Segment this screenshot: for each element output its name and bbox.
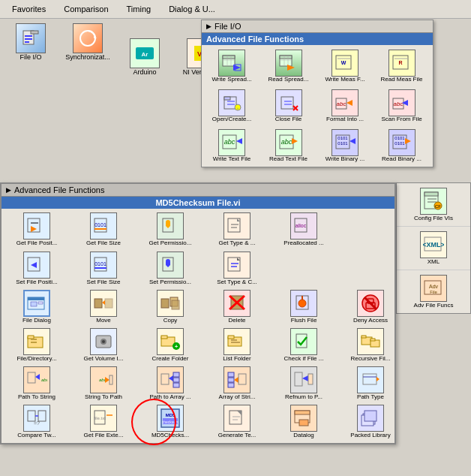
- adv-file-funcs-item[interactable]: AdvFile Adv File Funcs: [397, 270, 470, 313]
- read-spread-icon: [275, 50, 302, 77]
- prealloc-item[interactable]: alloc Preallocated ...: [271, 211, 337, 248]
- datalog-label: Datalog: [293, 432, 314, 438]
- config-file-icon: CF: [420, 188, 447, 215]
- format-into-item[interactable]: abc Format Into ...: [318, 88, 372, 125]
- svg-text:R: R: [398, 60, 402, 65]
- svg-rect-109: [31, 342, 37, 343]
- read-text-label: Read Text File: [269, 156, 308, 163]
- md5-label: MD5Checks...: [152, 432, 189, 438]
- get-file-size-label: Get File Size: [86, 240, 121, 246]
- adv-grid-row2: Set File Positi... 0101 Set File Size Se…: [2, 250, 394, 288]
- file-dialog-label: File Dialog: [22, 317, 51, 324]
- recursive-item[interactable]: Recursive Fil...: [338, 327, 404, 363]
- get-volume-item[interactable]: Get Volume I...: [70, 327, 136, 363]
- write-spread-label: Write Spread...: [212, 77, 251, 83]
- read-spread-item[interactable]: Read Spread...: [262, 48, 316, 85]
- comparison-item[interactable]: Comparison: [58, 3, 114, 15]
- datalog-item[interactable]: Datalog: [271, 403, 337, 440]
- svg-rect-123: [362, 336, 366, 338]
- empty2-item: [271, 250, 337, 287]
- favorites-item[interactable]: Favorites: [6, 3, 52, 15]
- compare-two-item[interactable]: =? Compare Tw...: [4, 403, 70, 440]
- svg-rect-4: [25, 41, 29, 43]
- deny-access-item[interactable]: Deny Access: [338, 288, 404, 325]
- svg-rect-126: [28, 372, 35, 383]
- path-to-str-item[interactable]: abc Path To String: [4, 365, 70, 402]
- get-file-size-item[interactable]: 0101 Get File Size: [70, 211, 136, 248]
- svg-rect-145: [363, 374, 376, 384]
- write-binary-icon: 0101 0101: [332, 129, 358, 156]
- read-binary-label: Read Binary ...: [382, 156, 422, 163]
- svg-rect-19: [280, 56, 292, 59]
- get-file-ext-item[interactable]: file.txt Get File Exte...: [70, 403, 136, 440]
- list-folder-item[interactable]: List Folder: [204, 327, 270, 363]
- set-type-item[interactable]: Set Type & C...: [204, 250, 270, 287]
- packed-lib-item[interactable]: Packed Library: [338, 403, 404, 440]
- set-file-pos-item[interactable]: Set File Positi...: [4, 250, 70, 287]
- svg-text:MD5: MD5: [166, 413, 176, 417]
- gen-temp-item[interactable]: Generate Te...: [204, 403, 270, 440]
- delete-item[interactable]: Delete: [204, 288, 270, 325]
- svg-rect-134: [173, 372, 179, 377]
- svg-text:<XML>: <XML>: [423, 241, 444, 249]
- path-to-arr-item[interactable]: Path to Array ...: [137, 365, 203, 402]
- set-file-size-item[interactable]: 0101 Set File Size: [70, 250, 136, 287]
- read-meas-item[interactable]: R Read Meas File: [375, 48, 429, 85]
- timing-item[interactable]: Timing: [121, 3, 158, 15]
- md5-item[interactable]: MD5checksum MD5Checks...: [137, 403, 203, 440]
- flush-file-item[interactable]: Flush File: [271, 288, 337, 325]
- svg-marker-49: [236, 138, 242, 144]
- svg-marker-92: [102, 300, 105, 305]
- svg-text:abc: abc: [280, 138, 292, 146]
- close-file-item[interactable]: Close File: [262, 88, 316, 125]
- gen-temp-icon: [224, 405, 250, 432]
- create-folder-icon: +: [157, 328, 184, 355]
- svg-rect-135: [173, 378, 179, 382]
- open-create-item[interactable]: + Open/Create...: [205, 88, 259, 125]
- create-folder-item[interactable]: + Create Folder: [137, 327, 203, 363]
- svg-rect-164: [295, 411, 310, 414]
- refnum-to-p-icon: [290, 366, 317, 393]
- set-perm-item[interactable]: Set Permissio...: [137, 250, 203, 287]
- svg-rect-87: [28, 297, 44, 300]
- write-meas-item[interactable]: W Write Meas F...: [318, 48, 372, 85]
- read-text-item[interactable]: abc Read Text File: [262, 128, 316, 164]
- flush-file-label: Flush File: [291, 317, 317, 324]
- xml-item[interactable]: <XML> XML: [397, 227, 470, 270]
- sync-icon-item[interactable]: Synchronizat...: [62, 23, 114, 76]
- dialog-item[interactable]: Dialog & U...: [163, 3, 221, 15]
- arr-of-str-item[interactable]: Array of Stri...: [204, 365, 270, 402]
- path-to-str-icon: abc: [23, 366, 50, 393]
- empty3-item: [338, 250, 404, 287]
- file-dialog-item[interactable]: File Dialog: [4, 288, 70, 325]
- get-type-item[interactable]: Get Type & ...: [204, 211, 270, 248]
- file-dialog-icon: [23, 290, 50, 317]
- svg-text:abc: abc: [337, 101, 346, 107]
- copy-item[interactable]: Copy: [137, 288, 203, 325]
- file-dir-item[interactable]: File/Directory...: [4, 327, 70, 363]
- get-file-pos-item[interactable]: Get File Posit...: [4, 211, 70, 248]
- move-item[interactable]: Move: [70, 288, 136, 325]
- write-spread-item[interactable]: Write Spread...: [205, 48, 259, 85]
- path-type-item[interactable]: Path Type: [338, 365, 404, 402]
- write-binary-item[interactable]: 0101 0101 Write Binary ...: [318, 128, 372, 164]
- svg-text:=?: =?: [34, 420, 40, 426]
- config-file-item[interactable]: CF Config File VIs: [397, 183, 470, 227]
- refnum-to-p-item[interactable]: Refnum to P...: [271, 365, 337, 402]
- scan-from-item[interactable]: abc Scan From File: [375, 88, 429, 125]
- write-text-item[interactable]: abc Write Text File: [205, 128, 259, 164]
- fileio-top-icon-item[interactable]: File I/O: [4, 23, 57, 76]
- read-spread-label: Read Spread...: [268, 77, 309, 83]
- svg-rect-121: [296, 334, 307, 348]
- set-file-pos-icon: [23, 252, 50, 279]
- adv-arrow-icon: ▶: [6, 186, 11, 194]
- str-to-path-item[interactable]: abc String To Path: [70, 365, 136, 402]
- get-perm-item[interactable]: Get Permissio...: [137, 211, 203, 248]
- config-file-label: Config File VIs: [414, 215, 453, 221]
- read-binary-item[interactable]: 0101 0101 Read Binary ...: [375, 128, 429, 164]
- fileio-arrow-icon: ▶: [206, 23, 212, 30]
- arduino-icon-item[interactable]: Ar Arduino: [118, 38, 171, 76]
- check-file-item[interactable]: Check if File ...: [271, 327, 337, 363]
- adv-grid-row6: =? Compare Tw... file.txt Get File Exte.…: [2, 403, 394, 443]
- adv-grid-row1: Get File Posit... 0101 Get File Size Get…: [2, 209, 394, 250]
